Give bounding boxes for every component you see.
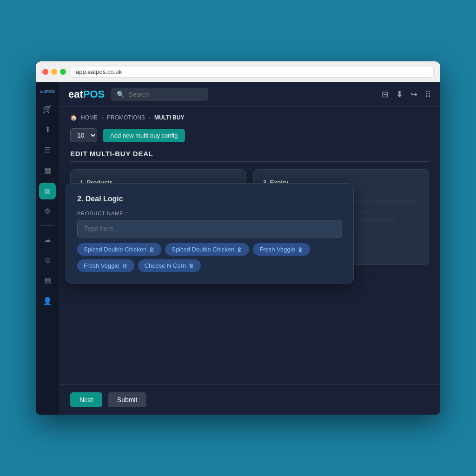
sidebar: eatPOS 🛒 ⬆ ☰ ▦ ◎ ⚙ ☁ ⊙ ▤ 👤	[36, 82, 59, 415]
search-bar[interactable]: 🔍	[111, 88, 208, 101]
delete-tag-4[interactable]: 🗑	[122, 263, 128, 269]
submit-button[interactable]: Submit	[108, 392, 147, 407]
tag-cheese: Cheese N Corn 🗑	[138, 259, 201, 272]
sidebar-brand: eatPOS	[39, 87, 56, 97]
sidebar-item-cart[interactable]: 🛒	[39, 101, 56, 118]
deal-logic-title: 2. Deal Logic	[77, 195, 342, 203]
tag-spiced-2: Spiced Double Chicken 🗑	[165, 243, 249, 256]
sidebar-item-list[interactable]: ☰	[39, 142, 56, 159]
browser-window: app.eatpos.co.uk eatPOS 🛒 ⬆ ☰ ▦ ◎ ⚙ ☁ ⊙ …	[36, 61, 440, 415]
sidebar-item-upload[interactable]: ⬆	[39, 121, 56, 138]
cards-row: 1. Products multiBuyType * 3. Expiry MIN…	[70, 169, 429, 265]
tag-spiced-1: Spiced Double Chicken 🗑	[77, 243, 161, 256]
delete-tag-5[interactable]: 🗑	[189, 263, 194, 269]
browser-chrome: app.eatpos.co.uk	[36, 61, 440, 82]
add-config-button[interactable]: Add new multi-buy config	[103, 129, 185, 142]
top-bar: eatPOS 🔍 ⊟ ⬇ ↪ ⠿	[59, 82, 440, 107]
sidebar-item-promotions[interactable]: ◎	[39, 183, 56, 199]
tag-label: Cheese N Corn	[145, 262, 186, 269]
sidebar-item-cloud[interactable]: ☁	[39, 231, 56, 248]
breadcrumb-promotions[interactable]: PROMOTIONS	[107, 114, 145, 121]
app-logo: eatPOS	[68, 88, 105, 100]
tag-label: Fresh Veggie	[259, 246, 295, 253]
delete-tag-3[interactable]: 🗑	[298, 246, 304, 253]
deal-logic-panel: 2. Deal Logic PRODUCT NAME * Spiced Doub…	[66, 183, 354, 284]
tag-label: Spiced Double Chicken	[172, 246, 234, 253]
document-icon[interactable]: ⊟	[382, 89, 389, 99]
tag-label: Spiced Double Chicken	[84, 246, 146, 253]
delete-tag-2[interactable]: 🗑	[237, 246, 243, 253]
logout-icon[interactable]: ↪	[410, 89, 417, 99]
tag-label: Fresh Veggie	[84, 262, 119, 269]
top-actions: ⊟ ⬇ ↪ ⠿	[382, 89, 431, 99]
breadcrumb-home-icon: 🏠	[70, 114, 77, 121]
search-icon: 🔍	[117, 91, 125, 98]
bottom-actions: Next Submit	[59, 384, 440, 415]
delete-tag-1[interactable]: 🗑	[149, 246, 155, 253]
next-button[interactable]: Next	[70, 392, 102, 407]
tag-fresh-2: Fresh Veggie 🗑	[77, 259, 134, 272]
sidebar-item-menu[interactable]: ▤	[39, 272, 56, 289]
breadcrumb-sep1: ›	[101, 114, 103, 121]
app-container: eatPOS 🛒 ⬆ ☰ ▦ ◎ ⚙ ☁ ⊙ ▤ 👤 eatPOS 🔍	[36, 82, 440, 415]
breadcrumb-home[interactable]: HOME	[81, 114, 98, 121]
breadcrumb: 🏠 HOME › PROMOTIONS › MULTI BUY	[70, 114, 429, 121]
address-bar[interactable]: app.eatpos.co.uk	[71, 66, 434, 78]
sidebar-item-settings[interactable]: ⚙	[39, 203, 56, 220]
traffic-lights	[42, 69, 66, 75]
sidebar-item-table[interactable]: ▦	[39, 162, 56, 179]
download-icon[interactable]: ⬇	[396, 89, 403, 99]
product-name-label: PRODUCT NAME *	[77, 211, 342, 216]
main-content: eatPOS 🔍 ⊟ ⬇ ↪ ⠿ 🏠 HOME	[59, 82, 440, 415]
content-area: 🏠 HOME › PROMOTIONS › MULTI BUY 10 25 50…	[59, 107, 440, 384]
minimize-button[interactable]	[51, 69, 57, 75]
breadcrumb-sep2: ›	[149, 114, 151, 121]
close-button[interactable]	[42, 69, 48, 75]
toolbar: 10 25 50 Add new multi-buy config	[70, 128, 429, 142]
maximize-button[interactable]	[60, 69, 66, 75]
product-tags: Spiced Double Chicken 🗑 Spiced Double Ch…	[77, 243, 342, 272]
per-page-select[interactable]: 10 25 50	[70, 128, 97, 142]
sidebar-item-clock[interactable]: ⊙	[39, 252, 56, 269]
grid-icon[interactable]: ⠿	[425, 89, 431, 99]
tag-fresh-1: Fresh Veggie 🗑	[253, 243, 310, 256]
sidebar-item-user[interactable]: 👤	[39, 293, 56, 310]
product-name-input[interactable]	[77, 220, 342, 238]
breadcrumb-current: MULTI BUY	[154, 114, 184, 121]
section-title: EDIT MULTI-BUY DEAL	[70, 150, 429, 162]
sidebar-divider	[40, 225, 54, 226]
search-input[interactable]	[128, 91, 203, 98]
